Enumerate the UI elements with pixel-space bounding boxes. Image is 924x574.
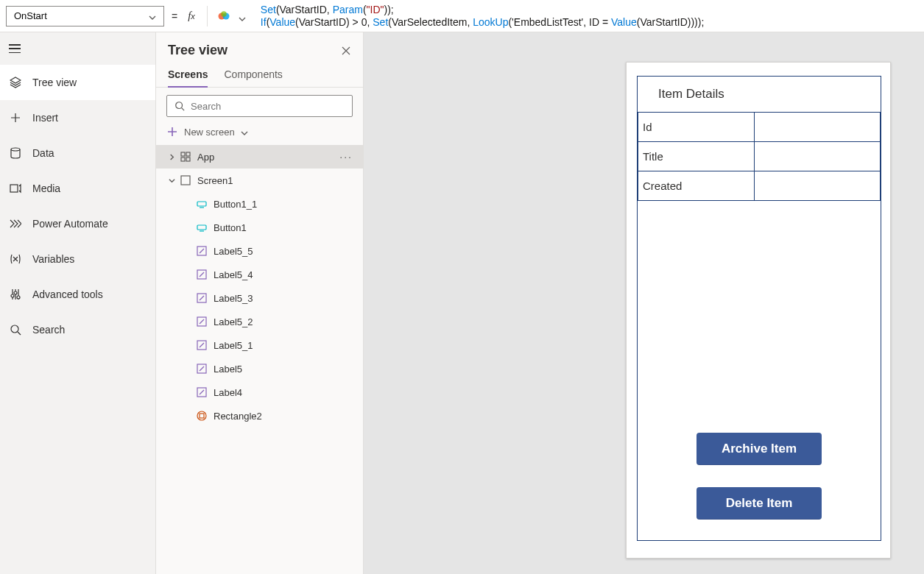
svg-rect-25: [200, 414, 204, 418]
app-canvas[interactable]: Item Details Id Title Created: [626, 62, 891, 559]
tree-node-control[interactable]: Button1: [156, 216, 363, 239]
svg-rect-14: [181, 176, 190, 185]
node-label: Label5_4: [214, 269, 253, 280]
equals-sign: =: [172, 10, 177, 22]
svg-rect-13: [186, 157, 190, 161]
chevron-down-icon[interactable]: [166, 175, 177, 185]
plus-icon: [166, 126, 178, 138]
chevron-right-icon[interactable]: [166, 152, 177, 162]
label-icon: [196, 292, 208, 304]
row-label: Created: [638, 171, 755, 201]
tab-components[interactable]: Components: [224, 68, 282, 87]
svg-rect-15: [197, 202, 206, 206]
tree-node-control[interactable]: Label5: [156, 357, 363, 380]
node-label: Label5_5: [214, 246, 253, 257]
app-icon: [180, 151, 191, 163]
svg-rect-10: [181, 152, 185, 156]
svg-rect-16: [197, 225, 206, 230]
tree-node-app[interactable]: App ···: [156, 145, 363, 169]
more-icon[interactable]: ···: [339, 151, 357, 163]
tree-node-control[interactable]: Label5_3: [156, 286, 363, 310]
node-label: Screen1: [197, 175, 233, 186]
svg-point-24: [197, 411, 206, 420]
node-label: Button1_1: [214, 199, 257, 210]
rail-data[interactable]: Data: [0, 135, 155, 171]
svg-point-7: [17, 296, 20, 299]
item-details-card: Item Details Id Title Created: [637, 76, 881, 541]
card-title: Item Details: [638, 77, 881, 112]
row-value: [754, 113, 880, 142]
new-screen-button[interactable]: New screen: [156, 121, 363, 145]
row-label: Id: [638, 113, 755, 142]
rail-label: Power Automate: [32, 218, 108, 230]
fx-icon: fx: [188, 10, 195, 22]
panel-title: Tree view: [168, 43, 228, 58]
search-icon: [174, 101, 185, 111]
tree-node-control[interactable]: Label5_2: [156, 310, 363, 333]
rail-tree-view[interactable]: Tree view: [0, 65, 155, 100]
chevron-down-icon[interactable]: [239, 13, 246, 20]
svg-point-6: [14, 291, 17, 294]
close-icon[interactable]: [341, 46, 351, 56]
label-icon: [196, 363, 208, 375]
rectangle-icon: [196, 410, 208, 422]
archive-button[interactable]: Archive Item: [696, 433, 822, 465]
svg-point-5: [11, 294, 14, 297]
tree-node-control[interactable]: Label5_4: [156, 263, 363, 286]
hamburger-icon[interactable]: [9, 44, 21, 53]
rail-label: Data: [32, 147, 54, 159]
label-icon: [196, 245, 208, 257]
delete-button[interactable]: Delete Item: [696, 487, 822, 520]
search-icon: [9, 323, 22, 336]
node-label: Label5_1: [214, 340, 253, 351]
rail-search[interactable]: Search: [0, 312, 155, 347]
layers-icon: [9, 76, 22, 89]
rail-label: Insert: [32, 112, 58, 124]
rail-label: Media: [32, 183, 60, 194]
button-icon: [196, 222, 208, 233]
tree-node-control[interactable]: Rectangle2: [156, 404, 363, 428]
table-row: Created: [638, 171, 881, 201]
formula-bar: OnStart = fx Set(VarStartID, Param("ID")…: [0, 0, 924, 32]
rail-label: Tree view: [32, 77, 77, 88]
rail-media[interactable]: Media: [0, 171, 155, 206]
row-value: [754, 142, 880, 171]
search-input[interactable]: [191, 101, 345, 112]
tree-node-control[interactable]: Label5_1: [156, 333, 363, 357]
svg-rect-11: [186, 152, 190, 156]
tree-node-screen[interactable]: Screen1: [156, 169, 363, 192]
rail-label: Advanced tools: [32, 288, 103, 300]
rail-power-automate[interactable]: Power Automate: [0, 206, 155, 241]
label-icon: [196, 339, 208, 351]
canvas-area[interactable]: Item Details Id Title Created: [364, 32, 924, 574]
node-label: Label4: [214, 387, 242, 398]
row-label: Title: [638, 142, 755, 171]
label-icon: [196, 269, 208, 280]
node-label: App: [197, 152, 214, 163]
flow-icon: [9, 217, 22, 230]
rail-advanced-tools[interactable]: Advanced tools: [0, 277, 155, 312]
tab-screens[interactable]: Screens: [168, 68, 208, 88]
rail-insert[interactable]: Insert: [0, 100, 155, 135]
screen-icon: [180, 174, 191, 186]
tools-icon: [9, 288, 22, 301]
formula-editor[interactable]: Set(VarStartID, Param("ID")); If(Value(V…: [256, 4, 918, 29]
tree-search[interactable]: [166, 95, 353, 117]
tree-node-control[interactable]: Button1_1: [156, 192, 363, 216]
tree-view-panel: Tree view Screens Components New screen …: [156, 32, 364, 574]
table-row: Title: [638, 142, 881, 171]
node-label: Rectangle2: [214, 411, 262, 422]
plus-icon: [9, 111, 22, 124]
separator: [207, 6, 208, 26]
property-dropdown[interactable]: OnStart: [6, 6, 164, 26]
copilot-icon[interactable]: [216, 9, 231, 24]
table-row: Id: [638, 113, 881, 142]
property-name: OnStart: [14, 10, 47, 21]
left-nav-rail: Tree view Insert Data Media Power Automa…: [0, 32, 156, 574]
tree-node-control[interactable]: Label4: [156, 380, 363, 404]
tree-node-control[interactable]: Label5_5: [156, 239, 363, 263]
details-table: Id Title Created: [638, 112, 881, 201]
rail-variables[interactable]: Variables: [0, 241, 155, 277]
node-label: Button1: [214, 222, 247, 233]
svg-point-8: [11, 325, 18, 333]
